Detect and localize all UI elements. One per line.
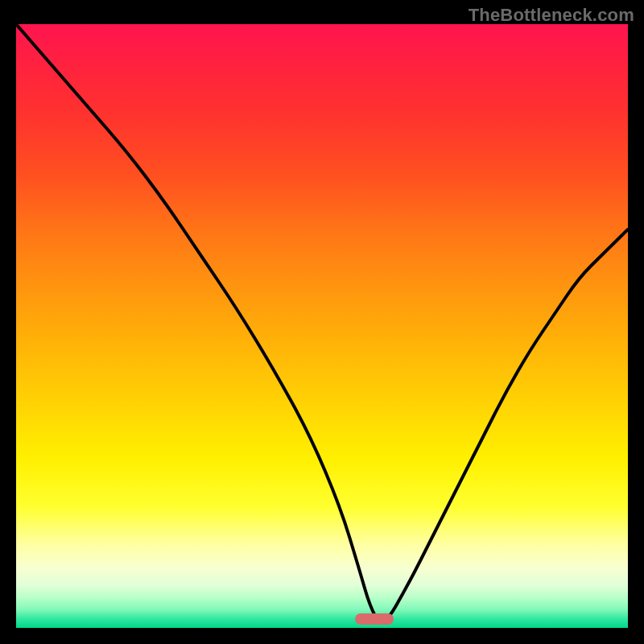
watermark-text: TheBottleneck.com xyxy=(469,5,634,26)
optimal-marker xyxy=(355,613,394,625)
plot-area xyxy=(16,24,628,628)
chart-container: TheBottleneck.com xyxy=(0,0,644,644)
bottleneck-curve xyxy=(16,24,628,628)
